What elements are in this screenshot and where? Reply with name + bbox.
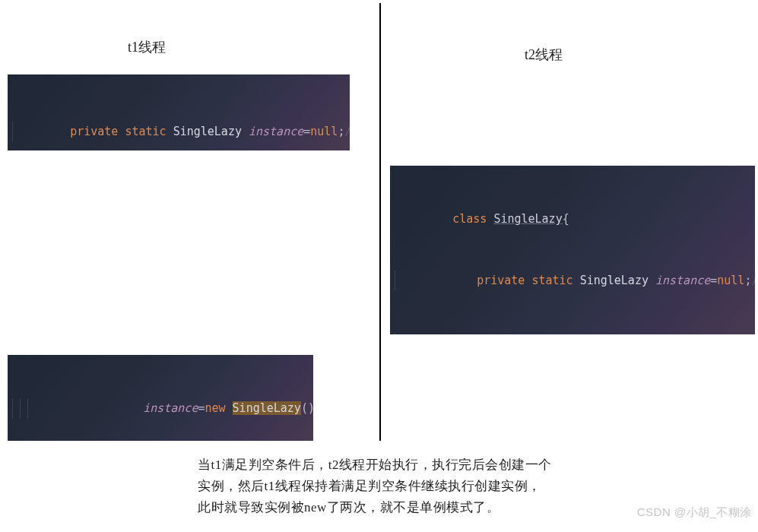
lit-null: null <box>717 274 744 287</box>
explain-line2: 实例，然后t1线程保持着满足判空条件继续执行创建实例， <box>198 476 552 497</box>
kw-static: static <box>531 274 572 287</box>
explain-line1: 当t1满足判空条件后，t2线程开始执行，执行完后会创建一个 <box>198 454 552 476</box>
code-t1-bottom: instance=new SingleLazy(); } return inst… <box>8 355 313 441</box>
comment-slash: // <box>344 125 350 138</box>
code-t1-top: private static SingleLazy instance=null;… <box>8 74 350 150</box>
var-instance: instance <box>143 401 198 415</box>
code-line: instance=new SingleLazy(); <box>8 398 313 419</box>
open-brace: { <box>563 212 569 226</box>
code-line: private static SingleLazy instance=null;… <box>8 122 350 142</box>
comment-slash: // <box>751 274 755 287</box>
var-instance: instance <box>655 274 710 287</box>
kw-new: new <box>205 401 225 415</box>
noargs: () <box>301 401 313 415</box>
kw-private: private <box>70 125 118 138</box>
watermark: CSDN @小胡_不糊涂 <box>637 505 752 520</box>
kw-static: static <box>125 125 166 138</box>
lit-null: null <box>310 125 338 138</box>
op-eq: = <box>710 274 717 287</box>
type-single: SingleLazy <box>173 125 242 138</box>
code-line: private static SingleLazy instance=null;… <box>390 271 755 291</box>
type-single: SingleLazy <box>493 212 562 226</box>
code-line: public static SingleLazy getInstance(){ <box>390 332 755 334</box>
t1-heading: t1线程 <box>128 38 166 56</box>
code-line: class SingleLazy{ <box>390 209 755 230</box>
kw-private: private <box>477 274 525 287</box>
type-single-highlight: SingleLazy <box>233 401 301 415</box>
code-t2: class SingleLazy{ private static SingleL… <box>390 166 755 334</box>
kw-class: class <box>452 212 487 226</box>
thread-divider <box>379 3 381 441</box>
var-instance: instance <box>249 125 303 138</box>
t2-heading: t2线程 <box>525 46 563 64</box>
explain-line3: 此时就导致实例被new了两次，就不是单例模式了。 <box>198 497 552 518</box>
explanation-text: 当t1满足判空条件后，t2线程开始执行，执行完后会创建一个 实例，然后t1线程保… <box>198 454 552 518</box>
type-single: SingleLazy <box>580 274 649 287</box>
op-eq: = <box>303 125 310 138</box>
